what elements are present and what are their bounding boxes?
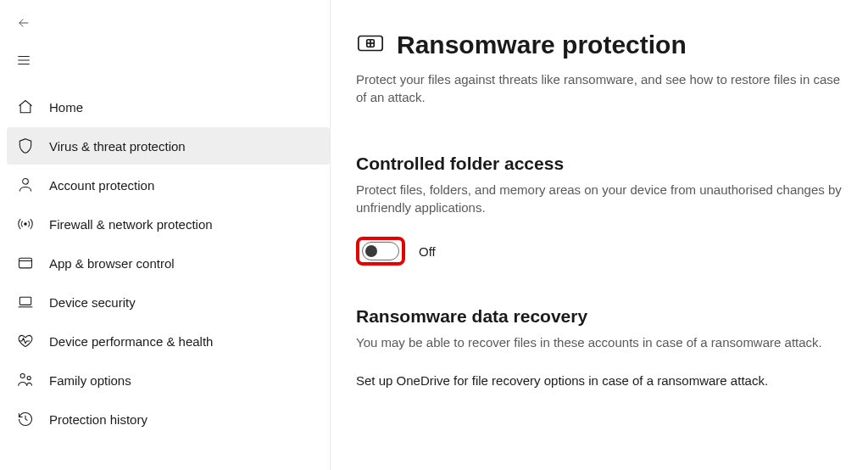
- sidebar-item-label: Virus & threat protection: [49, 139, 186, 154]
- onedrive-setup-text: Set up OneDrive for file recovery option…: [356, 372, 851, 389]
- toggle-highlight: [356, 237, 405, 266]
- sidebar-item-label: Family options: [49, 373, 131, 388]
- sidebar-item-home[interactable]: Home: [7, 88, 330, 126]
- nav-list: Home Virus & threat protection Account p…: [7, 88, 330, 438]
- sidebar-item-app-browser[interactable]: App & browser control: [7, 244, 330, 282]
- sidebar-item-label: Device security: [49, 295, 136, 310]
- page-header: Ransomware protection: [356, 29, 851, 60]
- sidebar-item-device-security[interactable]: Device security: [7, 283, 330, 321]
- main-content: Ransomware protection Protect your files…: [331, 0, 868, 470]
- account-icon: [17, 176, 34, 193]
- svg-point-3: [23, 179, 29, 185]
- controlled-folder-toggle[interactable]: [362, 242, 399, 260]
- svg-point-9: [20, 374, 25, 378]
- laptop-icon: [17, 294, 34, 311]
- sidebar-item-label: App & browser control: [49, 256, 175, 271]
- section-recovery-description: You may be able to recover files in thes…: [356, 333, 851, 351]
- sidebar-item-label: Protection history: [49, 412, 147, 427]
- ransomware-icon: [356, 29, 385, 60]
- svg-point-4: [25, 223, 27, 226]
- sidebar-item-label: Device performance & health: [49, 334, 213, 349]
- svg-point-10: [27, 376, 31, 379]
- section-recovery-title: Ransomware data recovery: [356, 306, 851, 327]
- sidebar-item-label: Firewall & network protection: [49, 217, 213, 232]
- menu-button[interactable]: [10, 48, 37, 75]
- toggle-knob: [365, 245, 377, 257]
- svg-rect-7: [19, 297, 31, 305]
- sidebar-item-label: Home: [49, 100, 83, 115]
- shield-icon: [17, 137, 34, 154]
- antenna-icon: [17, 215, 34, 232]
- heart-pulse-icon: [17, 333, 34, 350]
- home-icon: [17, 98, 34, 115]
- sidebar-item-virus-threat[interactable]: Virus & threat protection: [7, 127, 330, 165]
- section-controlled-folder-title: Controlled folder access: [356, 154, 851, 174]
- sidebar-item-account-protection[interactable]: Account protection: [7, 166, 330, 204]
- hamburger-icon: [16, 53, 31, 70]
- family-icon: [17, 372, 34, 389]
- page-description: Protect your files against threats like …: [356, 70, 851, 106]
- sidebar-item-label: Account protection: [49, 178, 154, 193]
- app-browser-icon: [17, 255, 34, 271]
- svg-rect-5: [19, 258, 32, 268]
- toggle-state-label: Off: [419, 244, 436, 259]
- page-title: Ransomware protection: [397, 31, 687, 59]
- arrow-left-icon: [16, 15, 31, 33]
- sidebar: Home Virus & threat protection Account p…: [0, 0, 331, 470]
- sidebar-item-firewall[interactable]: Firewall & network protection: [7, 205, 330, 243]
- back-button[interactable]: [10, 10, 37, 37]
- sidebar-item-protection-history[interactable]: Protection history: [7, 400, 330, 438]
- sidebar-item-device-performance[interactable]: Device performance & health: [7, 322, 330, 360]
- section-controlled-folder-description: Protect files, folders, and memory areas…: [356, 181, 851, 216]
- controlled-folder-toggle-row: Off: [356, 237, 851, 266]
- sidebar-item-family-options[interactable]: Family options: [7, 361, 330, 399]
- history-icon: [17, 411, 34, 428]
